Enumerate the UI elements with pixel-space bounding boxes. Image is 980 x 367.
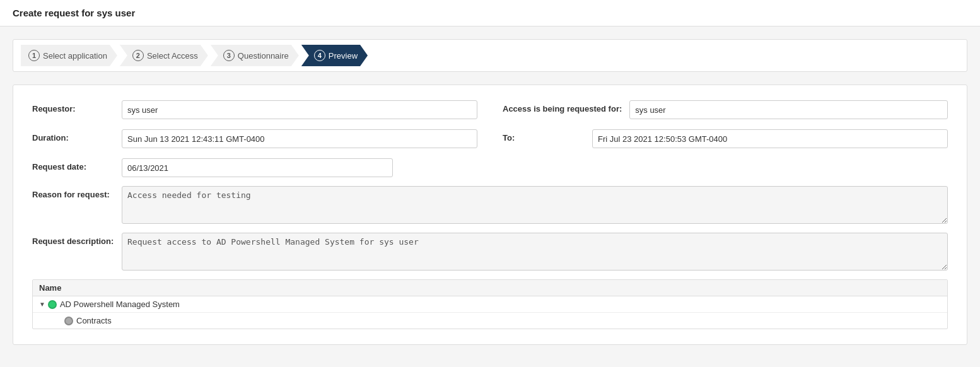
step-3-num: 3 <box>223 50 235 61</box>
requestor-label: Requestor: <box>32 100 114 114</box>
reason-textarea[interactable] <box>122 186 948 224</box>
request-date-label: Request date: <box>32 158 114 172</box>
requestor-input[interactable] <box>122 100 477 119</box>
request-date-group: Request date: <box>32 158 948 177</box>
status-dot-grey <box>64 317 73 325</box>
stepper: 1 Select application 2 Select Access 3 Q… <box>13 39 967 72</box>
table-row-0: ▼ AD Powershell Managed System <box>33 296 947 313</box>
row-0-label: AD Powershell Managed System <box>60 300 180 309</box>
request-date-input[interactable] <box>122 158 393 177</box>
description-group: Request description: <box>32 233 948 271</box>
duration-to-input[interactable] <box>592 129 948 148</box>
step-4-num: 4 <box>314 50 325 61</box>
to-label: To: <box>503 129 585 143</box>
reason-group: Reason for request: <box>32 186 948 224</box>
step-1[interactable]: 1 Select application <box>21 45 117 66</box>
to-group: To: <box>503 129 948 148</box>
access-label: Access is being requested for: <box>503 100 622 114</box>
step-2[interactable]: 2 Select Access <box>120 45 208 66</box>
table-row-1: Contracts <box>33 313 947 329</box>
btn-row: « Previous Submit <box>13 358 967 367</box>
step-2-label: Select Access <box>147 51 198 61</box>
description-label: Request description: <box>32 233 114 246</box>
step-2-num: 2 <box>132 50 144 61</box>
step-1-num: 1 <box>28 50 40 61</box>
requestor-group: Requestor: <box>32 100 477 119</box>
page-header: Create request for sys user <box>0 0 980 26</box>
row-1-label: Contracts <box>76 316 112 325</box>
form-grid-top: Requestor: Access is being requested for… <box>32 100 948 119</box>
step-3[interactable]: 3 Questionnaire <box>211 45 299 66</box>
step-1-label: Select application <box>43 51 107 61</box>
description-textarea[interactable] <box>122 233 948 271</box>
access-group: Access is being requested for: <box>503 100 948 119</box>
collapse-arrow-0[interactable]: ▼ <box>39 301 45 308</box>
access-input[interactable] <box>629 100 948 119</box>
duration-from-input[interactable] <box>122 129 477 148</box>
step-4[interactable]: 4 Preview <box>301 45 368 66</box>
step-3-label: Questionnaire <box>238 51 289 61</box>
page-title: Create request for sys user <box>13 8 967 18</box>
form-card: Requestor: Access is being requested for… <box>13 84 967 345</box>
access-table: Name ▼ AD Powershell Managed System Cont… <box>32 279 948 329</box>
duration-group: Duration: <box>32 129 477 148</box>
status-dot-green <box>48 300 57 309</box>
main-content: 1 Select application 2 Select Access 3 Q… <box>0 26 980 367</box>
reason-label: Reason for request: <box>32 186 114 199</box>
form-grid-duration: Duration: To: <box>32 129 948 148</box>
duration-label: Duration: <box>32 129 114 143</box>
table-header-name: Name <box>33 280 947 296</box>
step-4-label: Preview <box>329 51 358 61</box>
